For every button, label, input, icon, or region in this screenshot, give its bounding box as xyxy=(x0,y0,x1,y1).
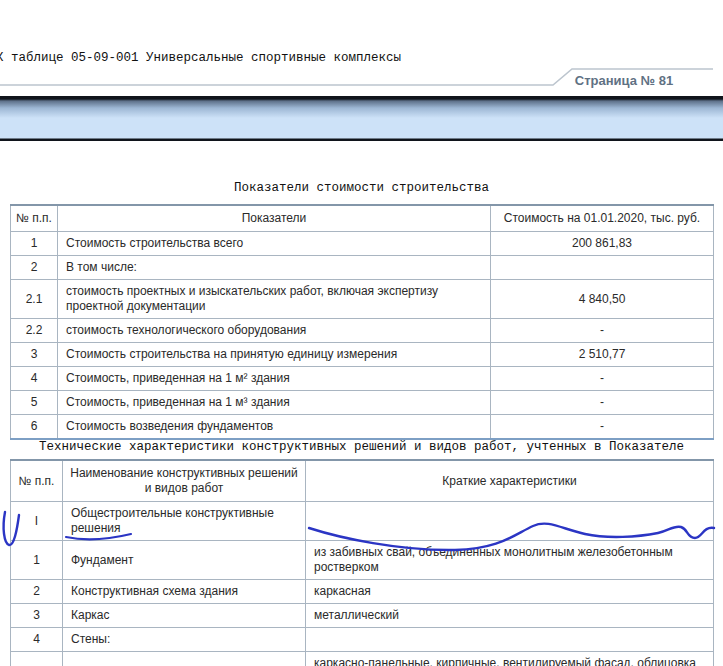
table-row: 4Стены: xyxy=(11,628,714,652)
cell-num: 4 xyxy=(11,628,63,652)
table-row: 4.1наружныекаркасно-панельные, кирпичные… xyxy=(11,652,714,666)
cell-solution: Каркас xyxy=(63,604,306,628)
cell-num: 4.1 xyxy=(11,652,63,666)
cell-indicator: В том числе: xyxy=(58,256,491,280)
header-bar xyxy=(0,96,723,141)
table-row: 3Каркасметаллический xyxy=(11,604,714,628)
cell-solution: Конструктивная схема здания xyxy=(63,580,306,604)
table-row: 6Стоимость возведения фундаментов- xyxy=(11,415,714,440)
page-header-rule: Страница № 81 xyxy=(0,60,723,100)
cell-indicator: стоимость технологического оборудования xyxy=(58,319,491,343)
cell-characteristic xyxy=(306,628,714,652)
cell-num: I xyxy=(11,502,63,541)
cell-num: 2 xyxy=(11,256,58,280)
cell-indicator: Стоимость возведения фундаментов xyxy=(58,415,491,440)
cell-num: 4 xyxy=(11,367,58,391)
cell-cost: 2 510,77 xyxy=(491,343,714,367)
col-header-num: № п.п. xyxy=(11,205,58,232)
cell-num: 3 xyxy=(11,343,58,367)
cell-num: 3 xyxy=(11,604,63,628)
cell-cost: - xyxy=(491,367,714,391)
cell-num: 1 xyxy=(11,541,63,580)
table-header-row: № п.п. Показатели Стоимость на 01.01.202… xyxy=(11,205,714,232)
col-header-num: № п.п. xyxy=(11,460,63,502)
cell-solution: Стены: xyxy=(63,628,306,652)
cell-num: 6 xyxy=(11,415,58,440)
table-header-row: № п.п. Наименование конструктивных решен… xyxy=(11,460,714,502)
cost-indicators-table: № п.п. Показатели Стоимость на 01.01.202… xyxy=(10,204,714,440)
col-header-characteristics: Краткие характеристики xyxy=(306,460,714,502)
cell-num: 2.1 xyxy=(11,280,58,319)
cell-characteristic: каркасно-панельные, кирпичные, вентилиру… xyxy=(306,652,714,666)
table1-title: Показатели стоимости строительства xyxy=(0,181,723,195)
table-row: 4Стоимость, приведенная на 1 м² здания- xyxy=(11,367,714,391)
table-row: 2.2стоимость технологического оборудован… xyxy=(11,319,714,343)
cell-cost xyxy=(491,256,714,280)
cell-characteristic: металлический xyxy=(306,604,714,628)
cell-characteristic: из забивных свай, объединенных монолитны… xyxy=(306,541,714,580)
cell-num: 5 xyxy=(11,391,58,415)
cell-solution: Фундамент xyxy=(63,541,306,580)
cell-solution: Общестроительные конструктивные решения xyxy=(63,502,306,541)
table-row: 2Конструктивная схема зданиякаркасная xyxy=(11,580,714,604)
page-number: Страница № 81 xyxy=(549,73,699,88)
cell-cost: - xyxy=(491,415,714,440)
col-header-indicators: Показатели xyxy=(58,205,491,232)
col-header-cost: Стоимость на 01.01.2020, тыс. руб. xyxy=(491,205,714,232)
cell-indicator: Стоимость строительства на принятую един… xyxy=(58,343,491,367)
cell-num: 2.2 xyxy=(11,319,58,343)
table-row: 3Стоимость строительства на принятую еди… xyxy=(11,343,714,367)
cell-indicator: Стоимость, приведенная на 1 м² здания xyxy=(58,367,491,391)
cell-cost: - xyxy=(491,391,714,415)
cell-num: 1 xyxy=(11,232,58,256)
cell-indicator: стоимость проектных и изыскательских раб… xyxy=(58,280,491,319)
cell-cost: 200 861,83 xyxy=(491,232,714,256)
cell-solution: наружные xyxy=(63,652,306,666)
table-row: 2В том числе: xyxy=(11,256,714,280)
cell-indicator: Стоимость, приведенная на 1 м³ здания xyxy=(58,391,491,415)
cell-indicator: Стоимость строительства всего xyxy=(58,232,491,256)
cell-cost: 4 840,50 xyxy=(491,280,714,319)
table-row: 1Фундаментиз забивных свай, объединенных… xyxy=(11,541,714,580)
table-row: 2.1стоимость проектных и изыскательских … xyxy=(11,280,714,319)
table-row: 5Стоимость, приведенная на 1 м³ здания- xyxy=(11,391,714,415)
technical-characteristics-table: № п.п. Наименование конструктивных решен… xyxy=(10,459,714,666)
cell-characteristic: каркасная xyxy=(306,580,714,604)
table-row: IОбщестроительные конструктивные решения xyxy=(11,502,714,541)
table2-title: Технические характеристики конструктивны… xyxy=(0,440,723,454)
table-row: 1Стоимость строительства всего200 861,83 xyxy=(11,232,714,256)
col-header-solutions: Наименование конструктивных решений и ви… xyxy=(63,460,306,502)
cell-cost: - xyxy=(491,319,714,343)
cell-characteristic xyxy=(306,502,714,541)
cell-num: 2 xyxy=(11,580,63,604)
